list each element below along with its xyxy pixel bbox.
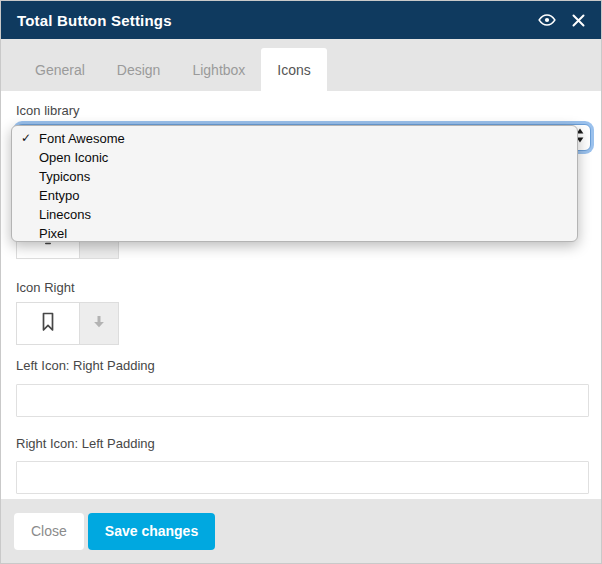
arrow-down-icon	[90, 313, 108, 335]
icon-library-menu: ✓Font AwesomeOpen IconicTypiconsEntypoLi…	[11, 125, 578, 242]
tab-lightbox[interactable]: Lightbox	[176, 48, 261, 91]
right-icon-left-padding-input[interactable]	[16, 461, 589, 494]
icon-right-preview-button[interactable]	[17, 303, 79, 344]
dialog-header: Total Button Settings	[1, 1, 601, 39]
left-icon-right-padding-label: Left Icon: Right Padding	[16, 359, 155, 373]
tab-icons[interactable]: Icons	[261, 48, 326, 91]
icon-right-label: Icon Right	[16, 281, 75, 295]
dialog-footer: Close Save changes	[1, 499, 601, 563]
tab-panel-icons: Icon library ✓Font AwesomeOpen IconicTyp…	[1, 91, 601, 499]
tab-general[interactable]: General	[19, 48, 101, 91]
tab-bar: General Design Lightbox Icons	[1, 39, 601, 91]
close-button[interactable]: Close	[14, 513, 84, 550]
close-icon[interactable]	[572, 14, 585, 27]
settings-dialog: Total Button Settings General Design Lig…	[0, 0, 602, 564]
menu-option[interactable]: Open Iconic	[12, 148, 577, 167]
menu-option[interactable]: Entypo	[12, 186, 577, 205]
menu-option[interactable]: Pixel	[12, 224, 577, 242]
icon-right-dropdown-button[interactable]	[79, 303, 118, 344]
icon-library-label: Icon library	[16, 104, 80, 118]
right-icon-left-padding-label: Right Icon: Left Padding	[16, 437, 155, 451]
bookmark-icon	[37, 310, 59, 338]
save-changes-button[interactable]: Save changes	[88, 513, 215, 550]
tab-design[interactable]: Design	[101, 48, 177, 91]
dialog-title: Total Button Settings	[17, 12, 172, 29]
left-icon-right-padding-input[interactable]	[16, 384, 589, 417]
menu-option[interactable]: Typicons	[12, 167, 577, 186]
icon-right-picker	[16, 302, 119, 345]
checkmark-icon: ✓	[21, 129, 31, 148]
menu-option[interactable]: Linecons	[12, 205, 577, 224]
preview-eye-icon[interactable]	[538, 13, 556, 27]
menu-option[interactable]: ✓Font Awesome	[12, 129, 577, 148]
